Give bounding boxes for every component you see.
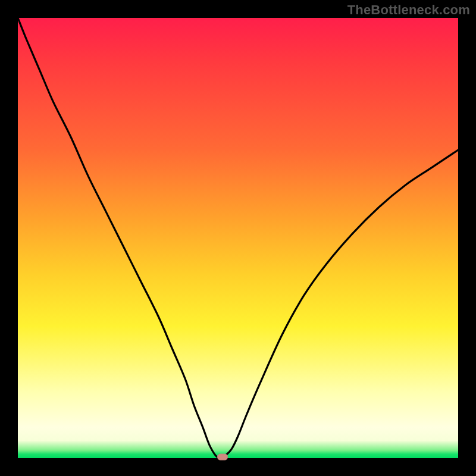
plot-area (18, 18, 458, 458)
watermark-text: TheBottleneck.com (347, 2, 470, 18)
chart-container: TheBottleneck.com (0, 0, 476, 476)
optimal-point-marker (217, 454, 228, 461)
bottleneck-curve (18, 18, 458, 458)
